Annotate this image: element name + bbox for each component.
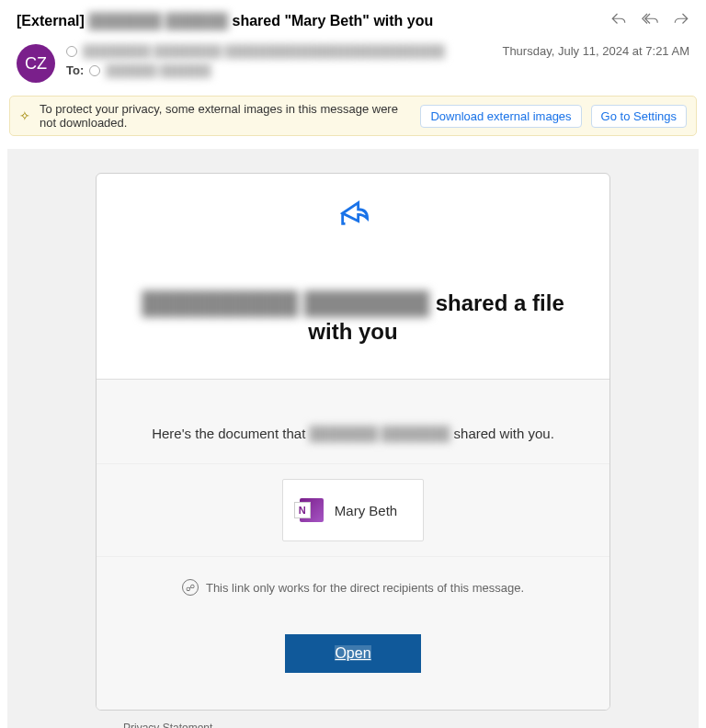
file-name: Mary Beth — [335, 503, 397, 518]
reply-all-icon[interactable] — [642, 11, 658, 31]
to-line: To: ██████ ██████ — [66, 63, 491, 77]
download-images-button[interactable]: Download external images — [420, 105, 581, 128]
timestamp: Thursday, July 11, 2024 at 7:21 AM — [502, 44, 689, 58]
email-footer: Privacy Statement This email is generate… — [96, 720, 610, 728]
file-card[interactable]: Mary Beth — [282, 479, 424, 541]
email-subject: [External] ███████ ██████ shared "Mary B… — [17, 13, 433, 29]
share-card: ██████████ ████████ shared a file with y… — [96, 173, 610, 711]
info-icon: ✧ — [19, 108, 30, 123]
contact-chip-icon — [89, 65, 100, 76]
open-button[interactable]: Open — [285, 634, 420, 673]
from-line: ████████ ████████ ██████████████████████… — [66, 44, 491, 58]
external-images-banner: ✧ To protect your privacy, some external… — [9, 96, 697, 136]
reply-icon[interactable] — [610, 11, 627, 31]
forward-icon[interactable] — [673, 11, 689, 31]
privacy-statement-link[interactable]: Privacy Statement — [123, 722, 212, 728]
recipient-notice: ☍ This link only works for the direct re… — [97, 557, 609, 618]
contact-chip-icon — [66, 46, 77, 57]
sender-avatar: CZ — [17, 44, 55, 83]
lock-person-icon: ☍ — [182, 579, 199, 596]
go-to-settings-button[interactable]: Go to Settings — [591, 105, 687, 128]
banner-text: To protect your privacy, some external i… — [40, 102, 411, 130]
onenote-file-icon — [300, 498, 324, 522]
share-description: Here's the document that ███████ ███████… — [97, 379, 609, 464]
share-headline: ██████████ ████████ shared a file with y… — [124, 289, 582, 346]
share-icon — [124, 198, 582, 237]
